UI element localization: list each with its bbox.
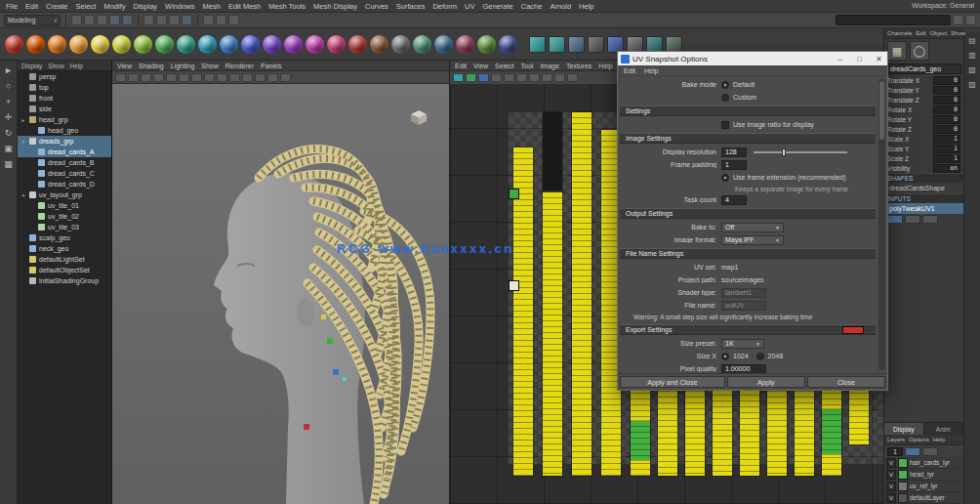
layer-menu-item[interactable]: Help	[933, 437, 945, 442]
layer-visibility-toggle[interactable]: V	[886, 470, 896, 480]
menu-item[interactable]: Create	[46, 2, 68, 11]
menu-item[interactable]: Generate	[482, 2, 512, 11]
layer-row[interactable]: V head_lyr	[884, 469, 963, 481]
viewport-toolbar-icon[interactable]	[229, 73, 240, 82]
open-scene-icon[interactable]	[84, 15, 95, 25]
channel-row[interactable]: Scale X 1	[884, 134, 963, 144]
layer-color-chip[interactable]	[898, 458, 908, 468]
menu-item[interactable]: Deform	[432, 2, 457, 11]
uv-shell-strip[interactable]	[631, 421, 650, 460]
shelf-sphere-icon[interactable]	[48, 35, 66, 54]
close-action-button[interactable]: Close	[807, 376, 885, 388]
shelf-sphere-icon[interactable]	[456, 35, 474, 54]
dialog-menu-item[interactable]: Help	[644, 67, 658, 74]
scale-tool-icon[interactable]: ▣	[4, 144, 13, 153]
sphere-node-icon[interactable]: ◯	[910, 41, 929, 61]
channel-box-menu-item[interactable]: Channels	[887, 30, 912, 36]
outliner-item[interactable]: uv_tile_02	[18, 211, 111, 222]
outliner-menu-item[interactable]: Display	[21, 63, 42, 69]
select-tool-icon[interactable]: ►	[4, 65, 13, 75]
viewport-panel[interactable]: ViewShadingLightingShowRendererPanels	[112, 61, 449, 504]
shelf-sphere-icon[interactable]	[198, 35, 217, 54]
uv-move-icon[interactable]	[466, 73, 476, 82]
channel-box-menu-item[interactable]: Edit	[916, 30, 925, 36]
uv-shell-strip[interactable]	[572, 112, 592, 476]
uv-toolbar-icon[interactable]	[542, 73, 552, 82]
channel-row[interactable]: Translate Y 0	[884, 85, 963, 95]
shelf-sphere-icon[interactable]	[348, 35, 367, 54]
channel-row[interactable]: Translate Z 0	[884, 95, 963, 105]
layer-menu-item[interactable]: Layers	[887, 437, 905, 442]
menu-item[interactable]: Mesh Tools	[268, 2, 306, 11]
shelf-sphere-icon[interactable]	[91, 35, 109, 54]
channel-row[interactable]: Scale Z 1	[884, 153, 963, 163]
viewport-toolbar-icon[interactable]	[191, 73, 202, 82]
shelf-sphere-icon[interactable]	[327, 35, 346, 54]
minimize-button[interactable]: –	[832, 52, 848, 65]
expand-arrow-icon[interactable]: ▸	[20, 117, 26, 123]
layer-visibility-toggle[interactable]: V	[886, 458, 896, 468]
save-scene-icon[interactable]	[97, 15, 107, 25]
menu-item[interactable]: File	[6, 2, 18, 11]
viewport-toolbar-icon[interactable]	[166, 73, 177, 82]
menu-item[interactable]: Arnold	[550, 2, 571, 11]
uv-selection-marker-green[interactable]	[509, 189, 519, 199]
shelf-sphere-icon[interactable]	[284, 35, 303, 54]
shelf-sphere-icon[interactable]	[112, 35, 131, 54]
mute-button[interactable]	[922, 215, 938, 224]
outliner-item[interactable]: dread_cards_C	[18, 168, 111, 179]
menu-item[interactable]: Mesh Display	[313, 2, 357, 11]
layer-row[interactable]: V uv_ref_lyr	[884, 481, 963, 492]
breakdown-button[interactable]	[905, 215, 920, 224]
uv-menu-item[interactable]: Edit	[455, 63, 467, 69]
viewport-menu-item[interactable]: View	[117, 63, 132, 69]
outliner-item[interactable]: defaultLightSet	[18, 254, 111, 265]
outliner-item[interactable]: dread_cards_A	[18, 147, 111, 157]
ratio-checkbox[interactable]	[721, 121, 729, 129]
shelf-tool-icon[interactable]	[568, 36, 585, 53]
outliner-menu-item[interactable]: Show	[48, 63, 63, 69]
viewport-menu-item[interactable]: Show	[201, 63, 219, 69]
shelf-tool-icon[interactable]	[588, 36, 604, 53]
radio-custom[interactable]	[721, 94, 729, 102]
shelf-sphere-icon[interactable]	[477, 35, 496, 54]
shelf-sphere-icon[interactable]	[370, 35, 388, 54]
uv-shell-strip[interactable]	[822, 409, 841, 454]
outliner-item[interactable]: dread_cards_B	[18, 157, 111, 168]
uv-menu-item[interactable]: Image	[540, 63, 558, 69]
move-tool-icon[interactable]: ✛	[5, 112, 13, 122]
channel-value[interactable]: 1	[933, 154, 960, 163]
menu-item[interactable]: Windows	[165, 2, 194, 11]
dialog-titlebar[interactable]: UV Snapshot Options – □ ✕	[618, 52, 887, 65]
uv-toolbar-icon[interactable]	[504, 73, 514, 82]
outliner-menu-item[interactable]: Help	[70, 63, 83, 69]
menu-item[interactable]: UV	[465, 2, 474, 11]
layer-visibility-toggle[interactable]: V	[886, 493, 896, 503]
viewport-toolbar-icon[interactable]	[255, 73, 265, 82]
channel-value[interactable]: 0	[933, 125, 960, 134]
outliner-item[interactable]: ▾ dreads_grp	[18, 136, 111, 147]
shelf-sphere-icon[interactable]	[413, 35, 431, 54]
viewport-toolbar-icon[interactable]	[141, 73, 151, 82]
tab-anim[interactable]: Anim	[924, 423, 964, 435]
tab-display[interactable]: Display	[884, 423, 924, 435]
viewport-toolbar-icon[interactable]	[242, 73, 253, 82]
dialog-menu-item[interactable]: Edit	[624, 67, 635, 74]
viewport-toolbar-icon[interactable]	[267, 73, 278, 82]
rotate-tool-icon[interactable]: ↻	[5, 128, 13, 138]
frame-pad-field[interactable]: 1	[721, 160, 747, 170]
quick-selection-input[interactable]	[836, 15, 951, 25]
dialog-scrollbar[interactable]	[878, 79, 885, 370]
key-button[interactable]	[887, 215, 903, 224]
render-settings-icon[interactable]	[228, 15, 239, 25]
display-res-slider[interactable]	[754, 147, 847, 157]
channel-value[interactable]: 0	[933, 86, 960, 95]
shelf-sphere-icon[interactable]	[134, 35, 152, 54]
channel-row[interactable]: Visibility on	[884, 163, 963, 173]
tool-settings-icon[interactable]: ▧	[968, 65, 976, 74]
outliner-item[interactable]: head_geo	[18, 125, 111, 136]
apply-close-button[interactable]: Apply and Close	[620, 376, 725, 388]
menu-item[interactable]: Curves	[365, 2, 388, 11]
shelf-tool-icon[interactable]	[666, 36, 682, 53]
new-layer-button[interactable]	[905, 447, 920, 456]
